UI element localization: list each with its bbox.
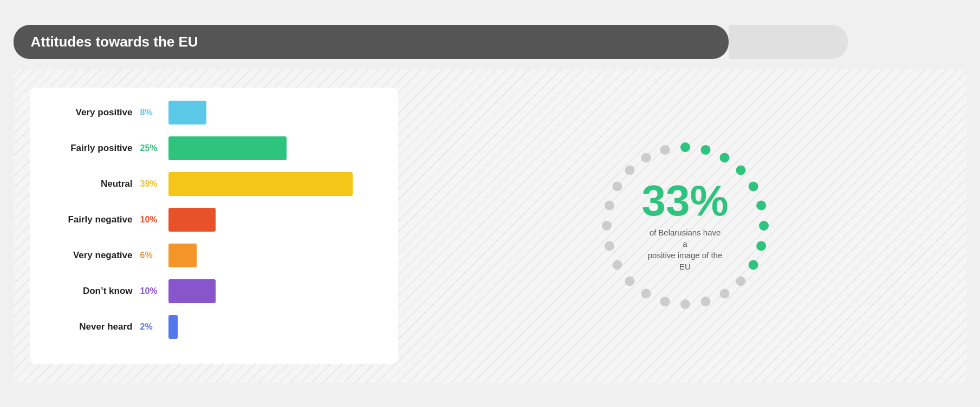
svg-point-17	[604, 241, 614, 251]
bar-label: Neutral	[41, 179, 133, 189]
bar-track	[168, 101, 206, 124]
bar-track	[168, 244, 197, 267]
svg-point-9	[736, 276, 745, 286]
svg-point-12	[680, 299, 690, 309]
bar-label: Fairly negative	[41, 214, 133, 225]
bar-row: Very negative6%	[41, 244, 385, 267]
bar-row: Fairly positive25%	[41, 136, 385, 160]
svg-point-14	[641, 288, 651, 298]
bar-pct: 10%	[140, 286, 164, 296]
right-side: 33% of Belarusians have a positive image…	[420, 139, 951, 312]
svg-point-2	[719, 153, 729, 162]
bar-row: Don’t know10%	[41, 279, 385, 303]
svg-point-21	[625, 165, 634, 175]
big-percentage: 33%	[641, 179, 728, 222]
circle-inner: 33% of Belarusians have a positive image…	[641, 179, 728, 272]
svg-point-7	[756, 241, 766, 251]
bar-track	[168, 315, 178, 339]
svg-point-6	[759, 221, 769, 231]
bar-row: Fairly negative10%	[41, 208, 385, 232]
page-container: Attitudes towards the EU Very positive8%…	[14, 25, 967, 383]
svg-point-19	[604, 200, 614, 210]
bar-row: Neutral39%	[41, 172, 385, 196]
bar-label: Never heard	[41, 321, 133, 332]
bar-label: Fairly positive	[41, 143, 133, 154]
bar-pct: 10%	[140, 215, 164, 225]
bar-track	[168, 279, 216, 303]
bar-label: Very positive	[41, 107, 133, 118]
svg-point-18	[602, 221, 612, 231]
svg-point-22	[641, 153, 651, 162]
bar-track	[168, 136, 287, 160]
svg-point-1	[700, 145, 710, 154]
svg-point-8	[748, 260, 758, 270]
page-title: Attitudes towards the EU	[31, 34, 198, 50]
bar-track	[168, 172, 353, 196]
svg-point-15	[625, 276, 634, 286]
bar-label: Very negative	[41, 250, 133, 261]
circle-subtitle: of Belarusians have a positive image of …	[647, 227, 723, 272]
svg-point-4	[748, 181, 758, 191]
bar-row: Very positive8%	[41, 101, 385, 124]
svg-point-20	[612, 181, 622, 191]
svg-point-5	[756, 200, 766, 210]
bar-track	[168, 208, 216, 232]
bar-pct: 2%	[140, 322, 164, 332]
svg-point-16	[612, 260, 622, 270]
bar-pct: 6%	[140, 251, 164, 260]
svg-point-13	[660, 297, 670, 306]
bar-pct: 39%	[140, 179, 164, 189]
svg-point-11	[700, 297, 710, 306]
bar-pct: 25%	[140, 143, 164, 153]
svg-point-23	[660, 145, 670, 154]
svg-point-10	[719, 288, 729, 298]
bar-pct: 8%	[140, 108, 164, 117]
bar-row: Never heard2%	[41, 315, 385, 339]
circle-indicator: 33% of Belarusians have a positive image…	[599, 139, 772, 312]
svg-point-3	[736, 165, 745, 175]
svg-point-0	[680, 142, 690, 152]
bar-label: Don’t know	[41, 286, 133, 297]
title-bar: Attitudes towards the EU	[14, 25, 729, 59]
main-card: Very positive8%Fairly positive25%Neutral…	[14, 69, 967, 383]
chart-area: Very positive8%Fairly positive25%Neutral…	[30, 88, 398, 364]
